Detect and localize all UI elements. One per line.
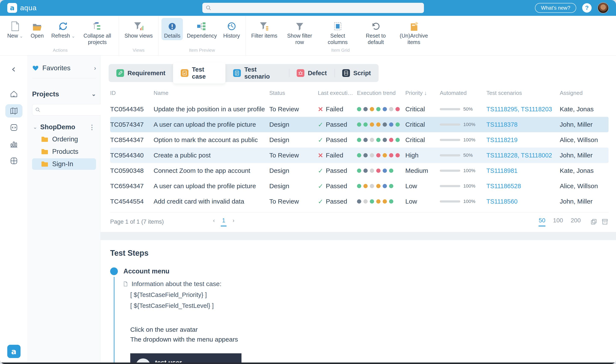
button-label: Details (164, 32, 180, 39)
projects-header[interactable]: Projects ⌄ (32, 90, 96, 98)
refresh-button[interactable]: Refresh ⌄ (49, 18, 78, 40)
open-button[interactable]: Open (27, 18, 47, 40)
global-search[interactable] (202, 3, 424, 13)
table-row-TC0574347[interactable]: TC0574347A user can upload the profile p… (110, 117, 609, 132)
step-name[interactable]: Account menu (123, 267, 169, 275)
global-search-input[interactable] (214, 4, 421, 12)
tab-test-scenario[interactable]: Test scenario (225, 64, 289, 82)
test-scenario-link[interactable]: TS1118981 (486, 167, 518, 174)
column-header-priority[interactable]: Priority ↓ (405, 90, 440, 96)
cell-status: Design (269, 182, 318, 190)
tab-test-case[interactable]: Test case (173, 63, 225, 84)
page-summary: Page 1 of 1 (7 items) (110, 219, 164, 225)
collapse-sidebar-button[interactable] (5, 63, 22, 76)
archive-box-icon[interactable] (601, 218, 609, 225)
chevron-down-icon[interactable]: ⌄ (33, 124, 37, 130)
automation-percent-label: 50% (463, 153, 473, 158)
filter-items-button[interactable]: Filter items (249, 18, 280, 40)
folder-item-products[interactable]: Products (32, 146, 96, 157)
test-scenario-link[interactable]: TS1118378 (486, 121, 518, 128)
table-row-TC0544345[interactable]: TC0544345Update the job position in a us… (110, 102, 609, 117)
reset-to-default-button[interactable]: Reset to default (357, 18, 394, 47)
help-button[interactable]: ? (582, 3, 592, 13)
dependency-button[interactable]: Dependency (184, 18, 219, 40)
rail-item-dashboards[interactable] (5, 154, 22, 168)
project-root-shopdemo[interactable]: ⌄ShopDemo⋮ (32, 122, 96, 133)
cell-test-scenarios: TS1118378 (486, 121, 560, 128)
test-scenario-link[interactable]: TS1118219 (486, 136, 518, 143)
tab-script[interactable]: Script (335, 64, 379, 82)
cell-execution-trend (357, 199, 405, 204)
toolbar-group-actions: New ⌄OpenRefresh ⌄Collapse all projectsA… (2, 16, 119, 55)
show-filter-row-button[interactable]: Show filter row (281, 18, 318, 47)
folder-item-ordering[interactable]: Ordering (32, 133, 96, 145)
test-scenario-link[interactable]: TS1118295, TS1118203 (486, 106, 552, 113)
un-archive-items-button[interactable]: (Un)Archive items (396, 18, 432, 47)
step-fields: [ ${TestCaseField_Priority} ][ ${TestCas… (123, 291, 616, 309)
rail-item-scripts[interactable] (5, 121, 22, 134)
column-header-execution-trend[interactable]: Execution trend (357, 90, 405, 96)
tab-defect[interactable]: Defect (289, 64, 335, 82)
trend-dot (389, 122, 393, 127)
tab-requirement[interactable]: Requirement (109, 64, 173, 82)
cell-priority: Critical (405, 121, 440, 128)
test-scenario-link[interactable]: TS1118228, TS1118002 (486, 152, 552, 159)
rail-item-home[interactable] (5, 88, 22, 101)
automation-progress-bar (440, 169, 460, 172)
user-avatar[interactable] (598, 2, 609, 13)
trend-dot (396, 107, 400, 111)
table-row-TC4544554[interactable]: TC4544554Add credit card with invalid da… (110, 194, 609, 209)
column-header-id[interactable]: ID (110, 90, 154, 96)
page-size-50[interactable]: 50 (539, 217, 545, 226)
rail-item-reports[interactable] (5, 138, 22, 151)
rail-item-projects[interactable] (5, 104, 22, 117)
trend-dot (383, 122, 387, 127)
copy-icon[interactable] (590, 218, 597, 225)
last-execution-label: Passed (326, 121, 347, 128)
collapse-all-projects-button[interactable]: Collapse all projects (79, 18, 116, 47)
trend-dot (357, 169, 361, 173)
history-button[interactable]: History (221, 18, 243, 40)
column-header-last-executi[interactable]: Last executi… (318, 90, 357, 96)
toolbar-group-caption: Actions (5, 47, 116, 54)
column-header-assigned[interactable]: Assigned (560, 90, 607, 96)
cell-last-execution: ✓Passed (318, 198, 357, 205)
automation-progress-bar (440, 123, 460, 126)
new-button[interactable]: New ⌄ (5, 18, 26, 40)
next-page-button[interactable]: › (233, 217, 234, 224)
table-row-TC0590348[interactable]: TC0590348Connect Zoom to the app account… (110, 163, 609, 178)
table-row-TC6594347[interactable]: TC6594347A user can upload the profile p… (110, 178, 609, 194)
favorites-row[interactable]: Favorites › (32, 64, 96, 72)
kebab-menu-icon[interactable]: ⋮ (89, 123, 95, 131)
cell-assigned: Alice, Willson (560, 136, 607, 143)
test-scenario-link[interactable]: TS11186528 (486, 183, 521, 189)
cell-last-execution: ✓Passed (318, 136, 357, 144)
table-row-TC9544340[interactable]: TC9544340Create a public postTo Review✕F… (110, 148, 609, 163)
trend-dot (389, 184, 393, 188)
details-button[interactable]: Details (162, 18, 183, 40)
trend-dot (370, 138, 374, 142)
column-header-automated[interactable]: Automated (440, 90, 486, 96)
current-page[interactable]: 1 (221, 217, 227, 226)
projects-collapse-icon[interactable]: ⌄ (91, 91, 96, 97)
prev-page-button[interactable]: ‹ (213, 217, 215, 224)
test-scenario-link[interactable]: TS1118560 (486, 198, 518, 205)
trend-dot (383, 169, 387, 173)
column-header-test-scenarios[interactable]: Test scenarios (486, 90, 560, 96)
aqua-logo[interactable]: a aqua (7, 3, 37, 13)
new-document-icon (11, 20, 19, 31)
table-row-TC8544347[interactable]: TC8544347Option to mark the account as p… (110, 132, 609, 148)
favorites-expand-icon[interactable]: › (94, 65, 96, 72)
trend-dot (357, 184, 361, 188)
details-icon (167, 20, 177, 31)
page-size-200[interactable]: 200 (571, 217, 581, 224)
column-header-status[interactable]: Status (269, 90, 318, 96)
select-columns-button[interactable]: Select columns (319, 18, 356, 47)
show-views-button[interactable]: Show views (122, 18, 155, 40)
column-header-name[interactable]: Name (154, 90, 269, 96)
trend-dot (357, 122, 361, 127)
whats-new-button[interactable]: What's new? (535, 3, 576, 13)
folder-item-sign-in[interactable]: Sign-In (32, 158, 96, 170)
cell-automated: 100% (440, 199, 486, 204)
page-size-100[interactable]: 100 (553, 217, 563, 224)
